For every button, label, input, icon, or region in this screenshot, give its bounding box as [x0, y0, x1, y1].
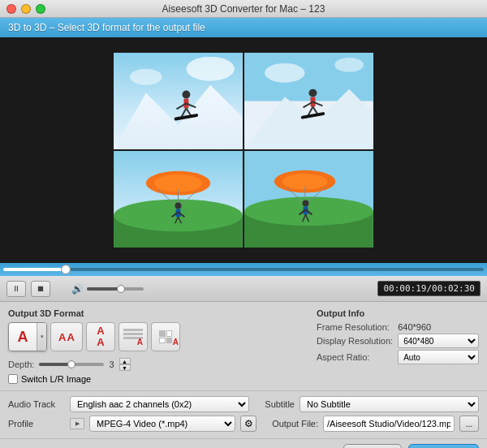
- svg-point-14: [334, 58, 364, 72]
- profile-select[interactable]: MPEG-4 Video (*.mp4): [89, 416, 235, 432]
- scrubber-bar[interactable]: [0, 263, 487, 276]
- depth-up-button[interactable]: ▲: [119, 358, 131, 364]
- format-interlaced-button[interactable]: A: [119, 322, 148, 351]
- top-bottom-icon: A A: [97, 325, 104, 349]
- convert-button[interactable]: ⟳ Convert: [408, 444, 479, 448]
- anaglyph-dropdown-arrow[interactable]: ▾: [37, 323, 46, 351]
- format-buttons: A ▾ A A A A: [8, 322, 180, 351]
- profile-row: Profile ▶ MPEG-4 Video (*.mp4) ⚙ Output …: [8, 416, 479, 432]
- settings-row1: Output 3D Format A ▾ A A A: [8, 308, 479, 384]
- volume-track[interactable]: [87, 287, 144, 291]
- browse-button[interactable]: ...: [459, 416, 479, 432]
- format-top-bottom-button[interactable]: A A: [86, 322, 115, 351]
- volume-fill: [87, 287, 121, 291]
- window-title: Aiseesoft 3D Converter for Mac – 123: [162, 3, 325, 15]
- scrubber-thumb[interactable]: [61, 265, 71, 274]
- depth-fill: [39, 363, 71, 366]
- time-display: 00:00:19/00:02:30: [377, 281, 481, 296]
- svg-point-13: [265, 63, 305, 83]
- svg-point-1: [186, 57, 235, 81]
- title-bar: Aiseesoft 3D Converter for Mac – 123: [0, 0, 487, 18]
- minimize-button[interactable]: [21, 4, 31, 14]
- side-by-side-icon: A A: [58, 331, 75, 343]
- volume-icon: 🔊: [71, 283, 84, 295]
- depth-slider[interactable]: [39, 363, 104, 366]
- back-button[interactable]: ↩ Back: [343, 444, 402, 448]
- output-file-label: Output File:: [261, 419, 318, 429]
- depth-spinner[interactable]: ▲ ▼: [119, 358, 131, 371]
- aspect-ratio-key: Aspect Ratio:: [317, 352, 393, 362]
- frame-res-key: Frame Resolution:: [317, 322, 393, 332]
- output-3d-section: Output 3D Format A ▾ A A A: [8, 308, 180, 384]
- svg-point-27: [154, 174, 203, 192]
- frame-res-value: 640*960: [398, 322, 479, 332]
- svg-point-45: [303, 200, 309, 206]
- depth-section: Depth: 3 ▲ ▼: [8, 358, 180, 371]
- volume-thumb[interactable]: [117, 285, 125, 293]
- preview-cell-br: [244, 151, 373, 248]
- controls-bar: ⏸ ⏹ 🔊 00:00:19/00:02:30: [0, 276, 487, 302]
- preview-cell-tr: [244, 53, 373, 149]
- depth-value: 3: [109, 360, 114, 369]
- window-controls[interactable]: [6, 4, 45, 14]
- profile-settings-button[interactable]: ⚙: [240, 416, 256, 432]
- profile-label: Profile: [8, 419, 65, 429]
- format-checkerboard-button[interactable]: A: [151, 322, 180, 351]
- settings-panel: Output 3D Format A ▾ A A A: [0, 302, 487, 390]
- scrubber-fill: [3, 268, 66, 271]
- output-info-label: Output Info: [317, 308, 479, 318]
- close-button[interactable]: [6, 4, 16, 14]
- svg-point-31: [175, 202, 182, 209]
- volume-control: 🔊: [71, 283, 144, 295]
- scrubber-track[interactable]: [3, 268, 484, 271]
- preview-area: [0, 37, 487, 263]
- output-info-section: Output Info Frame Resolution: 640*960 Di…: [317, 308, 479, 364]
- preview-cell-bl: [114, 151, 243, 248]
- settings-gear-icon: ⚙: [244, 418, 253, 429]
- stop-button[interactable]: ⏹: [31, 281, 50, 297]
- interlaced-icon: A: [123, 327, 143, 347]
- switch-lr-row: Switch L/R Image: [8, 374, 180, 384]
- output-3d-label: Output 3D Format: [8, 308, 180, 318]
- maximize-button[interactable]: [36, 4, 45, 14]
- switch-lr-checkbox[interactable]: [8, 374, 18, 384]
- preview-cell-tl: [114, 53, 243, 149]
- depth-down-button[interactable]: ▼: [119, 364, 131, 371]
- preview-grid: [114, 53, 373, 248]
- svg-point-4: [182, 91, 190, 99]
- subtitle-select[interactable]: No Subtitle: [300, 396, 479, 412]
- pause-icon: ⏸: [12, 284, 20, 293]
- bottom-rows: Audio Track English aac 2 channels (0x2)…: [0, 391, 487, 438]
- depth-thumb[interactable]: [67, 360, 75, 368]
- action-row: ↩ Back ⟳ Convert: [0, 438, 487, 448]
- checkerboard-icon: A: [159, 330, 172, 343]
- stop-icon: ⏹: [37, 284, 45, 293]
- format-side-by-side-button[interactable]: A A: [50, 322, 83, 351]
- header-bar: 3D to 3D – Select 3D format for the outp…: [0, 18, 487, 37]
- header-text: 3D to 3D – Select 3D format for the outp…: [8, 22, 205, 33]
- subtitle-label: Subtitle: [254, 399, 295, 409]
- svg-point-2: [130, 69, 162, 85]
- audio-track-select[interactable]: English aac 2 channels (0x2): [70, 396, 249, 412]
- display-res-select[interactable]: 640*480 1280*960 1920*1080: [398, 334, 479, 348]
- aspect-ratio-select[interactable]: Auto 4:3 16:9 16:10: [398, 350, 479, 364]
- display-res-key: Display Resolution:: [317, 336, 393, 346]
- output-file-input[interactable]: [323, 416, 455, 432]
- pause-button[interactable]: ⏸: [6, 281, 26, 297]
- profile-icon: ▶: [70, 418, 84, 429]
- anaglyph-icon: A: [18, 329, 28, 346]
- audio-track-row: Audio Track English aac 2 channels (0x2)…: [8, 396, 479, 412]
- format-anaglyph-button[interactable]: A ▾: [8, 322, 47, 351]
- switch-lr-label: Switch L/R Image: [21, 374, 91, 384]
- browse-icon: ...: [466, 420, 472, 429]
- audio-track-label: Audio Track: [8, 399, 65, 409]
- svg-point-16: [309, 89, 317, 97]
- output-info-grid: Frame Resolution: 640*960 Display Resolu…: [317, 322, 479, 364]
- depth-label: Depth:: [8, 360, 34, 369]
